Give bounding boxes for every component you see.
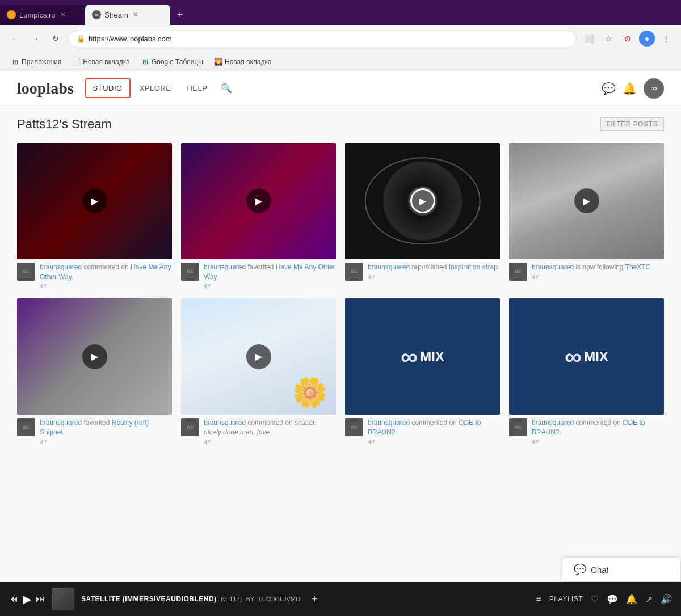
meta-target-3[interactable]: Inspiration #trap — [449, 263, 498, 271]
bookmark-newtab1[interactable]: 📄 Новая вкладка — [68, 56, 134, 68]
star-icon[interactable]: ☆ — [600, 31, 616, 47]
new-tab-button[interactable]: + — [170, 5, 190, 25]
account-icon[interactable]: ● — [639, 31, 655, 47]
meta-text-5: braunsquared favorited Reality (ruff) Sn… — [40, 418, 172, 437]
item-meta-6: BS braunsquared commented on scatter: ni… — [181, 418, 336, 445]
grid-item-3[interactable]: ▶ BS braunsquared republished Inspiratio… — [345, 143, 500, 289]
meta-text-4: braunsquared is now following TheXTC — [532, 263, 650, 272]
nav-studio[interactable]: STUDIO — [85, 78, 131, 98]
nav-xplore[interactable]: XPLORE — [133, 79, 178, 97]
grid-item-2[interactable]: ▶ BS braunsquared favorited Have Me Any … — [181, 143, 336, 289]
nav-help[interactable]: HELP — [180, 79, 214, 97]
forward-button[interactable]: → — [27, 31, 43, 47]
meta-user-2[interactable]: braunsquared — [204, 263, 246, 271]
grid-item-6[interactable]: 🌼 ▶ BS braunsquared commented on scatter… — [181, 298, 336, 445]
bookmark-sheets[interactable]: ⊞ Google Таблицы — [137, 56, 208, 68]
play-button-6[interactable]: ▶ — [246, 344, 271, 369]
browser-actions: ⬜ ☆ ⊙ ● ⋮ — [581, 31, 674, 47]
grid-item-5[interactable]: ▶ BS braunsquared favorited Reality (ruf… — [17, 298, 172, 445]
heart-button[interactable]: ♡ — [591, 594, 599, 605]
filter-posts-button[interactable]: FILTER POSTS — [600, 117, 664, 131]
comment-button[interactable]: 💬 — [607, 594, 618, 605]
site-logo[interactable]: looplabs — [17, 79, 74, 98]
chat-bubble[interactable]: 💬 Chat — [562, 557, 681, 582]
meta-target-4[interactable]: TheXTC — [625, 263, 651, 271]
url-bar[interactable]: 🔒 https://www.looplabs.com — [68, 31, 577, 47]
item-meta-5: BS braunsquared favorited Reality (ruff)… — [17, 418, 172, 445]
bookmark-apps[interactable]: ⊞ Приложения — [7, 56, 66, 68]
grid-item-7[interactable]: ∞ MIX BS braunsquared commented on ODE t… — [345, 298, 500, 445]
tab-close-stream[interactable]: ✕ — [133, 11, 138, 19]
grid-item-8[interactable]: ∞ MIX BS braunsquared commented on ODE t… — [509, 298, 664, 445]
play-button-2[interactable]: ▶ — [246, 188, 271, 213]
site-nav: STUDIO XPLORE HELP 🔍 — [85, 78, 237, 98]
notifications-icon[interactable]: 🔔 — [623, 82, 637, 95]
meta-text-8: braunsquared commented on ODE to BRAUN2. — [532, 418, 664, 437]
player-track-title: SATELLITE (IMMERSIVEAUDIOBLEND) (v: 117)… — [81, 595, 300, 603]
tab-favicon-stream: ∞ — [92, 10, 101, 19]
meta-user-5[interactable]: braunsquared — [40, 419, 82, 427]
meta-user-4[interactable]: braunsquared — [532, 263, 574, 271]
content-grid: ▶ BS braunsquared commented on Have Me A… — [17, 143, 664, 445]
bookmark-apps-label: Приложения — [22, 58, 61, 66]
meta-user-1[interactable]: braunsquared — [40, 263, 82, 271]
item-meta-2: BS braunsquared favorited Have Me Any Ot… — [181, 263, 336, 290]
tab-close-lumpics[interactable]: ✕ — [60, 11, 66, 19]
dandelion-image: 🌼 — [292, 376, 327, 409]
playlist-label[interactable]: PLAYLIST — [549, 595, 583, 603]
meta-time-4: 4Y — [532, 273, 650, 280]
audio-player: ⏮ ▶ ⏭ SATELLITE (IMMERSIVEAUDIOBLEND) (v… — [0, 582, 681, 616]
meta-time-1: 4Y — [40, 282, 172, 289]
item-meta-7: BS braunsquared commented on ODE to BRAU… — [345, 418, 500, 445]
meta-user-7[interactable]: braunsquared — [368, 419, 410, 427]
thumbnail-5: ▶ — [17, 298, 172, 415]
chat-icon-header[interactable]: 💬 — [602, 82, 616, 95]
volume-button[interactable]: 🔊 — [661, 594, 672, 605]
user-avatar[interactable]: ∞ — [644, 78, 664, 99]
avatar-6: BS — [181, 418, 199, 436]
nav-help-label: HELP — [187, 84, 207, 92]
player-add-button[interactable]: + — [312, 593, 318, 605]
prev-button[interactable]: ⏮ — [9, 594, 18, 604]
repost-button[interactable]: 🔔 — [626, 594, 637, 605]
stream-title: Patts12's Stream — [17, 117, 112, 132]
thumbnail-6: 🌼 ▶ — [181, 298, 336, 415]
share-button[interactable]: ↗ — [645, 594, 653, 605]
play-button-4[interactable]: ▶ — [574, 188, 599, 213]
bookmark-newtab2[interactable]: 🌄 Новая вкладка — [210, 56, 276, 68]
meta-time-7: 4Y — [368, 438, 500, 445]
mix-logo-8: ∞ MIX — [565, 343, 608, 370]
apps-icon: ⊞ — [11, 58, 19, 66]
refresh-button[interactable]: ↻ — [48, 31, 64, 47]
site-header: looplabs STUDIO XPLORE HELP 🔍 💬 🔔 ∞ — [0, 71, 681, 106]
play-button-5[interactable]: ▶ — [82, 344, 107, 369]
play-button-1[interactable]: ▶ — [82, 188, 107, 213]
tab-lumpics[interactable]: Lumpics.ru ✕ — [0, 5, 85, 25]
play-pause-button[interactable]: ▶ — [23, 592, 31, 606]
play-button-3[interactable]: ▶ — [410, 188, 435, 213]
search-button[interactable]: 🔍 — [216, 78, 237, 98]
player-version: (v: 117) — [221, 596, 242, 602]
grid-item-4[interactable]: ▶ BS braunsquared is now following TheXT… — [509, 143, 664, 289]
meta-text-6: braunsquared commented on scatter: nicel… — [204, 418, 336, 437]
thumbnail-3: ▶ — [345, 143, 500, 259]
bookmark-newtab1-label: Новая вкладка — [83, 58, 130, 66]
item-meta-3: BS braunsquared republished Inspiration … — [345, 263, 500, 281]
next-button[interactable]: ⏭ — [36, 594, 45, 604]
thumbnail-1: ▶ — [17, 143, 172, 259]
opera-icon[interactable]: ⊙ — [620, 31, 636, 47]
cast-icon[interactable]: ⬜ — [581, 31, 597, 47]
address-bar: ← → ↻ 🔒 https://www.looplabs.com ⬜ ☆ ⊙ ●… — [0, 25, 681, 52]
meta-user-8[interactable]: braunsquared — [532, 419, 574, 427]
meta-time-3: 4Y — [368, 273, 498, 280]
back-button[interactable]: ← — [7, 31, 23, 47]
meta-user-3[interactable]: braunsquared — [368, 263, 410, 271]
tab-label-stream: Stream — [104, 11, 128, 19]
bookmark-sheets-label: Google Таблицы — [152, 58, 203, 66]
grid-item-1[interactable]: ▶ BS braunsquared commented on Have Me A… — [17, 143, 172, 289]
avatar-1: BS — [17, 263, 35, 281]
menu-icon[interactable]: ⋮ — [658, 31, 674, 47]
meta-time-6: 4Y — [204, 438, 336, 445]
meta-user-6[interactable]: braunsquared — [204, 419, 246, 427]
tab-stream[interactable]: ∞ Stream ✕ — [85, 5, 170, 25]
